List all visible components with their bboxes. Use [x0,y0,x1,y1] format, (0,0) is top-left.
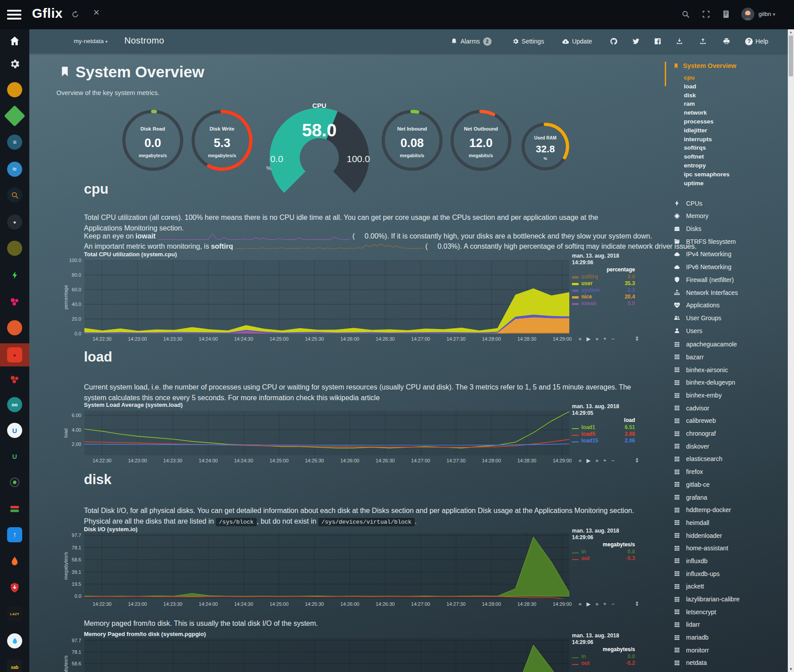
sidebar-item-app-drop[interactable] [0,629,29,652]
help-button[interactable]: ?Help [745,38,768,45]
toolbox-play-icon[interactable]: ▶ [587,457,591,464]
sidebar-app-influxdb-ups[interactable]: influxdb-ups [673,567,786,580]
sidebar-app-influxdb[interactable]: influxdb [673,555,786,568]
sidebar-item-app-teal[interactable]: oo [0,393,29,416]
toolbox-zoom-in-icon[interactable]: + [603,601,607,607]
settings-button[interactable]: Settings [512,38,544,45]
sidebar-section-cpus[interactable]: CPUs [673,197,786,210]
legend-item-load5[interactable]: load52.68 [572,430,635,437]
menu-icon[interactable] [7,10,21,20]
sidebar-app-jackett[interactable]: jackett [673,580,786,593]
legend-item-iowait[interactable]: iowait0.0 [572,300,635,306]
changelog-icon[interactable] [722,10,730,19]
sidebar-item-app-flowers[interactable] [0,368,29,391]
toolbox-pan-right-icon[interactable]: » [596,601,599,607]
toolbox-pan-left-icon[interactable]: « [579,601,582,607]
sidebar-section-firewall-netfilter-[interactable]: Firewall (netfilter) [673,273,786,286]
sidebar-app-lidarr[interactable]: lidarr [673,618,786,631]
toolbox-zoom-out-icon[interactable]: − [611,601,615,607]
github-icon[interactable] [610,37,618,45]
sidebar-item-app-unifi[interactable]: U [0,419,29,442]
sidebar-app-letsencrypt[interactable]: letsencrypt [673,605,786,618]
search-icon[interactable] [681,10,690,19]
sidebar-app-home-assistant[interactable]: home-assistant [673,542,786,555]
scrollbar-thumb[interactable] [789,36,793,76]
sidebar-item-app-radarr[interactable]: ● [0,211,29,234]
legend-item-system[interactable]: system2.3 [572,286,635,293]
sidebar-app-hddtemp-docker[interactable]: hddtemp-docker [673,504,786,517]
scrollbar[interactable]: ▲ ▼ [788,29,794,672]
sidebar-section-ipv4-networking[interactable]: IPv4 Networking [673,248,786,261]
sidebar-app-chronograf[interactable]: chronograf [673,427,786,440]
sidebar-app-monitorr[interactable]: monitorr [673,644,786,656]
toolbox-pan-left-icon[interactable]: « [579,336,582,342]
sidebar-link-load[interactable]: load [684,82,786,91]
sidebar-app-bazarr[interactable]: bazarr [673,351,786,364]
legend-item-load15[interactable]: load152.06 [572,437,635,444]
sidebar-link-ipc-semaphores[interactable]: ipc semaphores [684,170,786,179]
toolbox-pan-right-icon[interactable]: » [596,336,599,342]
sidebar-app-gitlab-ce[interactable]: gitlab-ce [673,478,786,491]
chart-resize-handle[interactable]: ⇕ [635,335,639,342]
sidebar-link-interrupts[interactable]: interrupts [684,135,786,144]
legend-item-load1[interactable]: load16.51 [572,424,635,430]
sidebar-link-processes[interactable]: processes [684,117,786,126]
sidebar-item-app-tautulli[interactable] [0,471,29,494]
sidebar-section-applications[interactable]: Applications [673,299,786,312]
sidebar-link-ram[interactable]: ram [684,99,786,108]
sidebar-item-settings[interactable] [0,52,29,76]
sidebar-app-lazylibrarian-calibre[interactable]: lazylibrarian-calibre [673,593,786,606]
chart-plot[interactable] [84,533,569,599]
sidebar-app-diskover[interactable]: diskover [673,440,786,453]
legend-item-user[interactable]: user35.3 [572,280,635,286]
sidebar-item-app-red-shield[interactable] [0,576,29,599]
sidebar-app-cadvisor[interactable]: cadvisor [673,402,786,414]
sidebar-item-home[interactable] [0,29,29,52]
alarms-button[interactable]: Alarms2 [450,37,492,46]
refresh-icon[interactable] [71,10,79,19]
chart-plot[interactable] [84,411,569,455]
sidebar-section-user-groups[interactable]: User Groups [673,312,786,325]
sidebar-item-app-library[interactable]: ≡ [0,131,29,154]
sidebar-app-firefox[interactable]: firefox [673,465,786,478]
chart-plot[interactable] [84,260,569,334]
sidebar-link-cpu[interactable]: cpu [684,73,786,82]
scroll-up-icon[interactable]: ▲ [788,30,794,34]
sidebar-app-binhex-airsonic[interactable]: binhex-airsonic [673,363,786,376]
legend-item-out[interactable]: out-5.2 [572,660,635,666]
sidebar-item-app-graph[interactable] [0,290,29,313]
sidebar-link-uptime[interactable]: uptime [684,179,786,188]
user-menu[interactable]: gilbn ▾ [758,11,775,17]
sidebar-item-app-active[interactable]: ● [0,343,29,366]
sidebar-app-elasticsearch[interactable]: elasticsearch [673,453,786,465]
sidebar-app-mariadb[interactable]: mariadb [673,631,786,644]
sidebar-app-heimdall[interactable]: heimdall [673,517,786,529]
sidebar-link-disk[interactable]: disk [684,91,786,100]
upload-icon[interactable] [699,37,707,45]
toolbox-pan-right-icon[interactable]: » [596,457,599,464]
sidebar-link-softnet[interactable]: softnet [684,152,786,161]
sidebar-item-app-gitlab[interactable] [0,550,29,573]
sidebar-app-binhex-delugevpn[interactable]: binhex-delugevpn [673,376,786,389]
avatar[interactable] [741,7,755,21]
toolbox-zoom-in-icon[interactable]: + [603,336,607,342]
sidebar-section-btrfs-filesystem[interactable]: BTRFS filesystem [673,235,786,248]
server-dropdown[interactable]: my-netdata ▾ [74,38,107,44]
legend-item-out[interactable]: out-5.3 [572,555,635,561]
toolbox-play-icon[interactable]: ▶ [587,601,591,607]
sidebar-link-entropy[interactable]: entropy [684,161,786,170]
sidebar-item-app-flash[interactable] [0,263,29,286]
sidebar-link-idlejitter[interactable]: idlejitter [684,126,786,135]
toolbox-zoom-in-icon[interactable]: + [603,457,607,464]
sidebar-section-network-interfaces[interactable]: Network Interfaces [673,286,786,299]
hostname[interactable]: Nostromo [124,36,164,46]
toolbox-play-icon[interactable]: ▶ [587,336,591,342]
toolbox-pan-left-icon[interactable]: « [579,457,582,464]
chart-plot[interactable] [84,638,569,672]
sidebar-section-disks[interactable]: Disks [673,223,786,235]
twitter-icon[interactable] [632,37,640,45]
sidebar-app-hiddenloader[interactable]: hiddenloader [673,529,786,542]
sidebar-app-apacheguacamole[interactable]: apacheguacamole [673,338,786,351]
legend-item-in[interactable]: in0.0 [572,653,635,660]
toolbox-zoom-out-icon[interactable]: − [611,457,615,464]
